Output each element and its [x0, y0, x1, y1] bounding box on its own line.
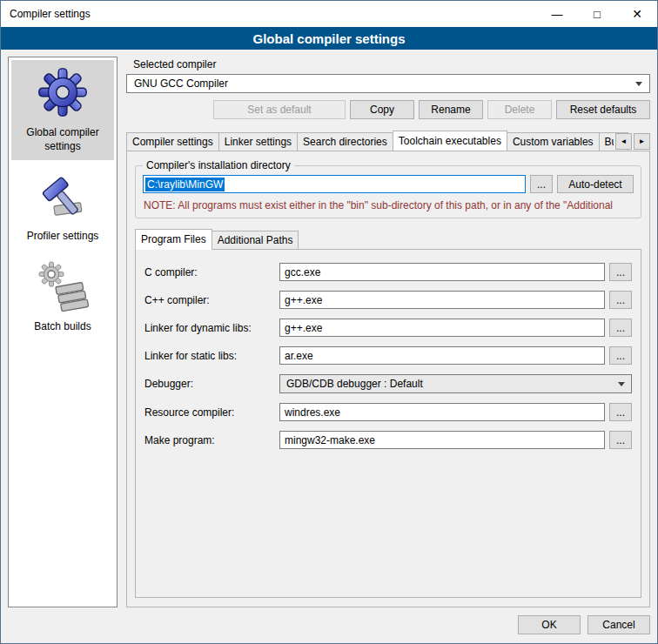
compiler-settings-dialog: Compiler settings — □ ✕ Global compiler …	[0, 0, 658, 644]
installation-directory-value: C:\raylib\MinGW	[145, 178, 225, 191]
rename-button[interactable]: Rename	[419, 100, 483, 119]
sidebar-item-label: Profiler settings	[27, 230, 99, 244]
cancel-button[interactable]: Cancel	[588, 615, 650, 634]
cpp-compiler-value: g++.exe	[285, 294, 322, 306]
selected-compiler-label: Selected compiler	[133, 58, 650, 70]
chevron-down-icon	[635, 82, 642, 86]
maximize-icon[interactable]: □	[577, 1, 617, 27]
sidebar-item-label: Global compiler settings	[14, 126, 111, 153]
profiler-hammer-icon	[36, 169, 90, 223]
batch-builds-icon	[36, 259, 90, 313]
titlebar: Compiler settings — □ ✕	[1, 1, 657, 27]
c-compiler-label: C compiler:	[144, 266, 275, 278]
tab-compiler-settings[interactable]: Compiler settings	[126, 132, 219, 151]
linker-static-input[interactable]: ar.exe	[279, 346, 605, 365]
program-files-page: C compiler: gcc.exe ... C++ compiler: g+…	[135, 249, 641, 598]
cpp-compiler-browse-button[interactable]: ...	[609, 291, 632, 309]
linker-dynamic-input[interactable]: g++.exe	[279, 319, 605, 337]
auto-detect-button[interactable]: Auto-detect	[557, 175, 634, 193]
resource-compiler-browse-button[interactable]: ...	[609, 403, 632, 421]
c-compiler-browse-button[interactable]: ...	[609, 263, 632, 281]
linker-static-label: Linker for static libs:	[144, 350, 275, 362]
dialog-body: Global compiler settings	[8, 57, 650, 607]
linker-dynamic-browse-button[interactable]: ...	[609, 319, 632, 337]
debugger-value: GDB/CDB debugger : Default	[286, 378, 423, 390]
window-title: Compiler settings	[1, 8, 91, 20]
settings-tab-bar: Compiler settings Linker settings Search…	[126, 131, 650, 151]
copy-button[interactable]: Copy	[350, 100, 414, 119]
c-compiler-value: gcc.exe	[285, 266, 320, 278]
tab-scroll-left-icon[interactable]: ◄	[615, 133, 632, 150]
make-program-browse-button[interactable]: ...	[609, 431, 632, 449]
minimize-icon[interactable]: —	[537, 1, 577, 27]
compiler-select[interactable]: GNU GCC Compiler	[126, 74, 650, 93]
sidebar-item-global-compiler-settings[interactable]: Global compiler settings	[11, 60, 114, 160]
delete-button[interactable]: Delete	[487, 100, 552, 119]
window-controls: — □ ✕	[537, 1, 657, 27]
dialog-footer: OK Cancel	[8, 607, 650, 636]
linker-dynamic-value: g++.exe	[285, 322, 322, 334]
gear-icon	[36, 65, 90, 119]
debugger-label: Debugger:	[144, 378, 275, 390]
installation-directory-browse-button[interactable]: ...	[530, 175, 553, 193]
page-title: Global compiler settings	[1, 27, 657, 50]
sidebar-item-label: Batch builds	[34, 320, 91, 334]
installation-directory-row: C:\raylib\MinGW ... Auto-detect	[143, 175, 634, 193]
installation-directory-group: Compiler's installation directory C:\ray…	[135, 165, 641, 218]
installation-directory-input[interactable]: C:\raylib\MinGW	[143, 175, 526, 193]
cpp-compiler-input[interactable]: g++.exe	[279, 291, 605, 309]
tab-custom-variables[interactable]: Custom variables	[507, 132, 600, 151]
tab-toolchain-executables[interactable]: Toolchain executables	[393, 131, 507, 151]
set-as-default-button[interactable]: Set as default	[213, 100, 346, 119]
sidebar-item-profiler-settings[interactable]: Profiler settings	[11, 164, 114, 251]
compiler-select-value: GNU GCC Compiler	[134, 77, 228, 90]
debugger-select[interactable]: GDB/CDB debugger : Default	[279, 374, 632, 393]
linker-dynamic-label: Linker for dynamic libs:	[144, 322, 275, 334]
linker-static-value: ar.exe	[285, 350, 313, 362]
resource-compiler-value: windres.exe	[285, 406, 340, 419]
program-files-tab-bar: Program Files Additional Paths	[135, 229, 641, 249]
dialog-content: Global compiler settings	[1, 50, 657, 643]
tab-additional-paths[interactable]: Additional Paths	[212, 231, 299, 249]
global-compiler-settings-pane: Selected compiler GNU GCC Compiler Set a…	[126, 57, 650, 607]
installation-note: NOTE: All programs must exist either in …	[144, 199, 634, 211]
ok-button[interactable]: OK	[518, 615, 581, 634]
tab-linker-settings[interactable]: Linker settings	[218, 132, 298, 151]
settings-category-list: Global compiler settings	[8, 57, 118, 607]
tab-scroll-buttons: ◄ ►	[614, 133, 650, 150]
make-program-label: Make program:	[144, 434, 275, 446]
linker-static-browse-button[interactable]: ...	[609, 346, 632, 365]
resource-compiler-input[interactable]: windres.exe	[279, 403, 605, 421]
cpp-compiler-label: C++ compiler:	[144, 294, 275, 306]
tab-scroll-right-icon[interactable]: ►	[634, 133, 650, 150]
make-program-value: mingw32-make.exe	[285, 434, 375, 446]
compiler-actions: Set as default Copy Rename Delete Reset …	[126, 100, 650, 119]
sidebar-item-batch-builds[interactable]: Batch builds	[11, 254, 114, 341]
tab-search-directories[interactable]: Search directories	[297, 132, 393, 151]
toolchain-executables-page: Compiler's installation directory C:\ray…	[126, 151, 650, 607]
make-program-input[interactable]: mingw32-make.exe	[279, 431, 605, 449]
toolchain-form: C compiler: gcc.exe ... C++ compiler: g+…	[144, 263, 632, 449]
c-compiler-input[interactable]: gcc.exe	[279, 263, 605, 281]
resource-compiler-label: Resource compiler:	[144, 406, 275, 419]
reset-defaults-button[interactable]: Reset defaults	[556, 100, 650, 119]
installation-directory-group-title: Compiler's installation directory	[143, 159, 294, 171]
tab-program-files[interactable]: Program Files	[135, 229, 212, 250]
close-icon[interactable]: ✕	[617, 1, 657, 27]
chevron-down-icon	[618, 382, 625, 386]
